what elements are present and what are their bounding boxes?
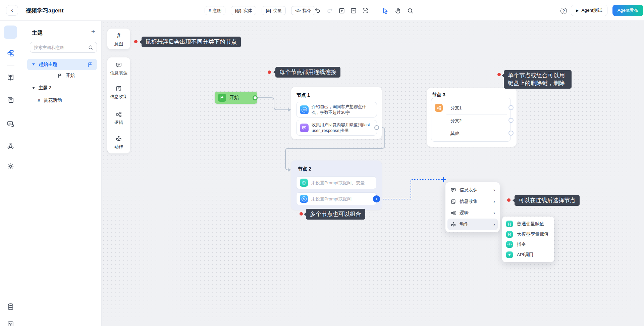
tree-item-label: 开始 bbox=[66, 73, 75, 79]
node-row-text: 介绍自己，询问客户想聊点什么，字数不超过30字 bbox=[312, 104, 373, 115]
palette-item-collect[interactable]: 信息收集 bbox=[107, 85, 130, 100]
variable-icon: {i} bbox=[300, 179, 308, 187]
tab-intent[interactable]: # 意图 bbox=[205, 6, 225, 15]
tab-entity[interactable]: {@} 实体 bbox=[231, 6, 256, 15]
ai-icon: AI bbox=[300, 105, 309, 114]
select-cursor-tool[interactable] bbox=[382, 7, 389, 14]
submenu-item-instruction[interactable]: </> 指令 bbox=[502, 239, 554, 250]
menu-item-collect[interactable]: 信息收集 › bbox=[447, 196, 498, 207]
node-2[interactable]: 节点 2 {i} 未设置Prompt或提问、变量 AI 未设置Prompt或提问 bbox=[291, 160, 382, 210]
palette-intent-card[interactable]: # 意图 bbox=[107, 29, 130, 49]
action-icon bbox=[115, 135, 122, 142]
node-3[interactable]: 节点 3 分支1 分支2 其他 bbox=[427, 88, 517, 147]
node2-active-output-port[interactable]: › bbox=[373, 195, 380, 202]
tree-item-label: 主题 2 bbox=[39, 85, 51, 91]
undo-button[interactable] bbox=[314, 7, 321, 14]
node-title: 节点 3 bbox=[432, 92, 445, 98]
api-icon bbox=[506, 251, 513, 258]
menu-item-label: 信息表达 bbox=[460, 187, 490, 193]
chevron-right-icon: › bbox=[376, 197, 377, 201]
node3-other-port[interactable] bbox=[508, 131, 514, 136]
palette-item-expression[interactable]: 信息表达 bbox=[107, 62, 130, 76]
node-title: 节点 1 bbox=[297, 92, 310, 98]
tree-item-start-topic[interactable]: 起始主题 bbox=[27, 59, 97, 70]
tree-item-flower-intent[interactable]: # 赏花活动 bbox=[38, 95, 62, 105]
rail-item-tasks[interactable] bbox=[6, 320, 15, 326]
tab-variable[interactable]: {&} 变量 bbox=[262, 6, 286, 15]
submenu-item-llm-variable[interactable]: {i} 大模型变量赋值 bbox=[502, 229, 554, 240]
redo-button[interactable] bbox=[326, 7, 333, 14]
node1-ai-row[interactable]: AI 介绍自己，询问客户想聊点什么，字数不超过30字 bbox=[296, 102, 377, 118]
rail-item-conversation[interactable] bbox=[6, 120, 15, 128]
agent-test-label: Agent测试 bbox=[581, 7, 602, 13]
start-node-label: 开始 bbox=[229, 95, 239, 101]
play-icon: ▶ bbox=[576, 8, 579, 13]
rail-item-knowledge[interactable] bbox=[6, 74, 15, 82]
branch-icon bbox=[450, 210, 456, 216]
llm-variable-icon: {i} bbox=[506, 231, 513, 238]
node2-ai-row[interactable]: AI 未设置Prompt或提问 bbox=[296, 192, 376, 205]
submenu-item-normal-variable[interactable]: {-} 普通变量赋值 bbox=[502, 219, 554, 229]
hash-icon: # bbox=[209, 8, 211, 13]
node2-variable-row[interactable]: {i} 未设置Prompt或提问、变量 bbox=[296, 176, 376, 189]
menu-item-action[interactable]: 动作 › bbox=[447, 219, 498, 230]
topic-panel: 主题 + 起始主题 开始 主题 2 # 赏花活动 bbox=[21, 21, 102, 326]
rail-item-flow[interactable] bbox=[6, 49, 15, 57]
topic-search-box[interactable] bbox=[30, 42, 97, 53]
rail-item-database[interactable] bbox=[6, 302, 15, 311]
topic-search-input[interactable] bbox=[30, 45, 88, 50]
message-icon bbox=[450, 187, 456, 193]
node-1[interactable]: 节点 1 AI 介绍自己，询问客户想聊点什么，字数不超过30字 收集用户回复内容… bbox=[291, 87, 382, 139]
tree-item-start[interactable]: 开始 bbox=[57, 71, 75, 81]
node1-collect-row[interactable]: 收集用户回复内容并赋值到{last_user_response}变量 bbox=[296, 120, 377, 136]
fit-view-button[interactable] bbox=[362, 7, 369, 14]
divider bbox=[7, 65, 14, 65]
annotation-dot bbox=[497, 73, 501, 76]
action-icon bbox=[450, 222, 456, 227]
node3-branch1-port[interactable] bbox=[508, 105, 514, 110]
node1-output-port[interactable] bbox=[374, 125, 379, 130]
palette-item-action[interactable]: 动作 bbox=[107, 135, 130, 150]
tab-label: 意图 bbox=[213, 8, 221, 14]
tree-item-topic-2[interactable]: 主题 2 bbox=[32, 83, 51, 93]
node3-branch-card[interactable]: 分支1 分支2 其他 bbox=[431, 98, 511, 142]
agent-test-button[interactable]: ▶ Agent测试 bbox=[571, 5, 607, 16]
palette-item-intent[interactable]: # 意图 bbox=[107, 32, 130, 47]
search-canvas-button[interactable] bbox=[407, 7, 414, 14]
agent-publish-button[interactable]: Agent发布 bbox=[612, 5, 643, 16]
node-row-placeholder: 未设置Prompt或提问 bbox=[311, 196, 352, 202]
tab-instruction[interactable]: </> 指令 bbox=[291, 6, 315, 15]
back-button[interactable]: ‹ bbox=[6, 5, 18, 16]
annotation-dot bbox=[134, 40, 138, 43]
start-node-output-port[interactable] bbox=[253, 95, 258, 100]
divider bbox=[7, 112, 14, 112]
search-icon bbox=[88, 45, 94, 50]
zoom-in-button[interactable] bbox=[338, 7, 345, 14]
palette-item-logic[interactable]: 逻辑 bbox=[107, 111, 130, 126]
rail-item-entity-card[interactable] bbox=[6, 96, 15, 104]
active-rail-highlight bbox=[4, 26, 17, 39]
rail-item-collaboration[interactable] bbox=[6, 142, 15, 150]
agent-title: 视频学习agent bbox=[25, 7, 63, 14]
code-icon: </> bbox=[295, 8, 301, 13]
topic-panel-title: 主题 bbox=[32, 30, 43, 37]
menu-item-expression[interactable]: 信息表达 › bbox=[447, 184, 498, 196]
flag-icon bbox=[57, 73, 62, 78]
add-topic-button[interactable]: + bbox=[89, 28, 97, 36]
pan-hand-tool[interactable] bbox=[394, 7, 402, 14]
zoom-out-button[interactable] bbox=[350, 7, 357, 14]
branch-label: 分支2 bbox=[450, 118, 462, 124]
node-row-text: 收集用户回复内容并赋值到{last_user_response}变量 bbox=[312, 122, 373, 134]
start-flag-icon bbox=[87, 62, 93, 67]
palette-node-card[interactable]: 信息表达 信息收集 逻辑 动作 bbox=[107, 57, 130, 153]
menu-item-logic[interactable]: 逻辑 › bbox=[447, 207, 498, 219]
submenu-item-api-call[interactable]: API调用 bbox=[502, 250, 554, 260]
node3-branch2-port[interactable] bbox=[508, 118, 514, 123]
help-button[interactable]: ? bbox=[560, 8, 567, 14]
submenu-item-label: 大模型变量赋值 bbox=[517, 231, 549, 237]
start-node[interactable]: 开始 bbox=[215, 92, 257, 104]
variable-icon: {&} bbox=[266, 8, 271, 13]
rail-item-settings[interactable] bbox=[6, 162, 15, 171]
tooltip-pick-node-after-connect: 可以在连线后选择节点 bbox=[515, 195, 580, 206]
hash-icon: # bbox=[38, 98, 40, 103]
